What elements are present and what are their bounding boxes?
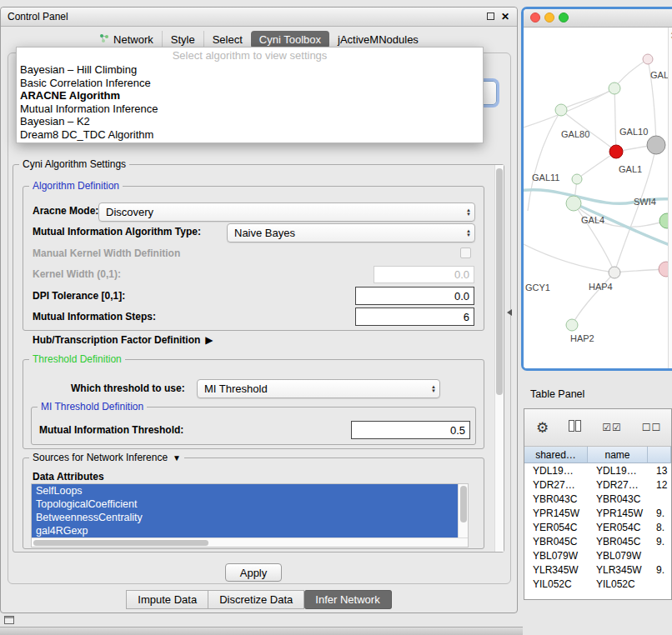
float-window-icon[interactable] (487, 12, 494, 20)
mi-algorithm-type-select[interactable]: Naive Bayes ▲▼ (227, 223, 475, 242)
node-label: GAL80 (561, 129, 589, 139)
control-panel-tabs: Network Style Select Cyni Toolbox jActiv… (1, 31, 517, 48)
scroll-up-icon[interactable]: ▲ (669, 28, 672, 35)
scroll-down-icon[interactable]: ▼ (669, 35, 672, 41)
threshold-definition-legend: Threshold Definition (29, 353, 125, 365)
select-all-checkboxes-icon[interactable]: ☑☑ (602, 422, 622, 433)
sources-legend[interactable]: Sources for Network Inference ▼ (29, 452, 184, 463)
column-header-name[interactable]: name (588, 447, 648, 463)
column-header-shared-name[interactable]: shared… (524, 447, 588, 463)
node-label: SWI4 (634, 197, 656, 207)
tab-jactivemnodules[interactable]: jActiveMNodules (329, 31, 427, 48)
zoom-traffic-light[interactable] (559, 12, 569, 22)
network-icon (99, 33, 109, 46)
hub-section-toggle[interactable]: Hub/Transcription Factor Definition ▶ (33, 334, 213, 346)
node-circle[interactable] (572, 174, 582, 184)
node-circle[interactable] (609, 82, 620, 94)
tab-discretize-data[interactable]: Discretize Data (208, 590, 304, 609)
close-traffic-light[interactable] (530, 12, 540, 22)
table-row[interactable]: YIL052CYIL052C (524, 577, 671, 591)
table-row[interactable]: YDR27…YDR27…12 (524, 478, 671, 492)
settings-scrollbar[interactable] (494, 165, 504, 552)
attribute-item[interactable]: SelfLoops (32, 484, 458, 498)
attribute-item[interactable]: BetweennessCentrality (32, 511, 458, 524)
network-window-titlebar[interactable] (524, 9, 672, 28)
minimized-panel-icon[interactable] (4, 616, 14, 624)
tab-impute-data[interactable]: Impute Data (126, 590, 208, 609)
tab-network[interactable]: Network (91, 31, 162, 48)
node-label: GCY1 (525, 282, 550, 292)
node-label: HAP4 (589, 282, 613, 292)
network-vscrollbar[interactable]: ▲ ▼ (668, 28, 672, 369)
tab-style[interactable]: Style (162, 31, 203, 48)
attributes-hscrollbar[interactable] (32, 538, 468, 547)
column-header-extra[interactable] (648, 447, 671, 463)
data-attributes-label: Data Attributes (33, 471, 104, 482)
tab-select[interactable]: Select (203, 31, 251, 48)
node-circle[interactable] (659, 213, 668, 228)
algorithm-option[interactable]: Dream8 DC_TDC Algorithm (17, 128, 483, 142)
node-circle[interactable] (566, 196, 581, 211)
table-row[interactable]: YDL19…YDL19…13 (524, 463, 671, 478)
kernel-width-field[interactable]: 0.0 (374, 266, 474, 283)
kernel-width-label: Kernel Width (0,1): (33, 268, 121, 280)
table-row[interactable]: YBL079WYBL079W (524, 548, 671, 562)
dpi-tolerance-field[interactable]: 0.0 (355, 287, 474, 305)
node-label: GAL11 (532, 172, 559, 182)
algorithm-option[interactable]: Bayesian – K2 (17, 115, 483, 128)
settings-legend: Cyni Algorithm Settings (19, 158, 129, 170)
minimize-traffic-light[interactable] (544, 12, 554, 22)
node-label: GAL10 (619, 127, 648, 137)
algorithm-popup-placeholder: Select algorithm to view settings (17, 48, 483, 63)
algorithm-option-aracne[interactable]: ARACNE Algorithm (17, 89, 483, 102)
algorithm-option[interactable]: Basic Correlation Inference (17, 77, 483, 90)
data-attributes-list[interactable]: SelfLoops TopologicalCoefficient Between… (31, 483, 469, 548)
mutual-information-threshold-field[interactable]: 0.5 (351, 421, 470, 439)
aracne-mode-select[interactable]: Discovery ▲▼ (98, 202, 475, 222)
table-row[interactable]: YER054CYER054C8. (524, 520, 671, 534)
table-row[interactable]: YBR045CYBR045C9. (524, 534, 671, 548)
chevron-down-icon: ▼ (173, 453, 181, 462)
table-row[interactable]: YPR145WYPR145W9. (524, 506, 671, 520)
spinner-arrows-icon: ▲▼ (461, 208, 471, 217)
table-row[interactable]: YBR043CYBR043C (524, 492, 671, 506)
add-column-icon[interactable] (569, 420, 582, 435)
algorithm-option[interactable]: Mutual Information Inference (17, 102, 483, 116)
attribute-item[interactable]: gal4RGexp (32, 524, 458, 538)
close-icon[interactable]: ✕ (501, 11, 509, 22)
deselect-all-checkboxes-icon[interactable]: ☐☐ (642, 422, 662, 433)
node-circle[interactable] (609, 267, 620, 278)
node-circle[interactable] (659, 262, 668, 277)
spinner-arrows-icon: ▲▼ (426, 385, 436, 393)
tab-cyni-toolbox[interactable]: Cyni Toolbox (251, 31, 329, 48)
attributes-vscrollbar-thumb[interactable] (460, 486, 467, 522)
mi-steps-field[interactable]: 6 (355, 308, 474, 326)
node-circle[interactable] (566, 319, 578, 331)
splitter-collapse-icon[interactable] (507, 309, 512, 316)
node-circle[interactable] (643, 54, 653, 64)
tab-infer-network[interactable]: Infer Network (304, 590, 391, 609)
attributes-vscrollbar[interactable] (458, 484, 468, 538)
settings-scrollbar-thumb[interactable] (496, 168, 503, 395)
node-circle-hub[interactable] (647, 136, 665, 154)
table-row[interactable]: YLR345WYLR345W9. (524, 562, 671, 577)
attributes-hscrollbar-thumb[interactable] (33, 540, 208, 546)
which-threshold-select[interactable]: MI Threshold ▲▼ (197, 379, 440, 398)
mi-threshold-definition-legend: MI Threshold Definition (38, 401, 147, 412)
node-circle[interactable] (555, 104, 567, 116)
manual-kernel-width-checkbox[interactable] (460, 248, 471, 258)
chevron-right-icon: ▶ (205, 334, 213, 346)
attribute-item[interactable]: TopologicalCoefficient (32, 498, 458, 511)
algorithm-definition-legend: Algorithm Definition (29, 180, 123, 192)
node-circle-red[interactable] (609, 145, 623, 158)
node-label: HAP2 (570, 333, 594, 343)
table-toolbar: ⚙ ☑☑ ☐☐ (524, 409, 671, 447)
gear-icon[interactable]: ⚙ (536, 419, 549, 437)
algorithm-option[interactable]: Bayesian – Hill Climbing (17, 63, 483, 77)
bottom-tabs: Impute Data Discretize Data Infer Networ… (1, 590, 517, 609)
apply-button[interactable]: Apply (225, 563, 282, 582)
manual-kernel-width-label: Manual Kernel Width Definition (33, 248, 180, 259)
network-canvas-container: GAL80 GAL10 GAL11 GAL1 SWI4 GAL4 GCY1 HA… (524, 28, 672, 369)
network-graph[interactable]: GAL80 GAL10 GAL11 GAL1 SWI4 GAL4 GCY1 HA… (524, 28, 668, 368)
control-panel-titlebar[interactable]: Control Panel ✕ (1, 8, 517, 27)
